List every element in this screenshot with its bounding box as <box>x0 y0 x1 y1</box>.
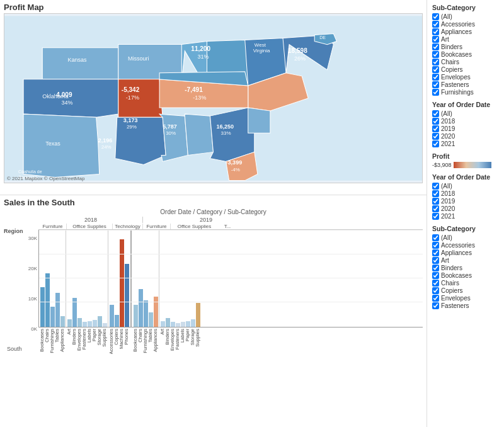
checkbox-2018-bottom[interactable] <box>432 190 439 197</box>
sidebar-item-fasteners-top[interactable]: Fasteners <box>432 81 499 88</box>
sidebar-year-2021-top[interactable]: 2021 <box>432 140 499 147</box>
sidebar-subcat-bookcases-bottom[interactable]: Bookcases <box>432 272 499 279</box>
xl-labels-2019: Labels <box>180 329 185 343</box>
sidebar-item-all-top[interactable]: (All) <box>432 13 499 20</box>
sidebar-subcat-envelopes-bottom[interactable]: Envelopes <box>432 295 499 302</box>
coahuila-label: Coahuila de <box>18 169 42 174</box>
checkbox-art-bottom[interactable] <box>432 257 439 264</box>
sidebar-year-2021-bottom[interactable]: 2021 <box>432 213 499 220</box>
bar-fasteners-2018 <box>83 322 87 327</box>
sidebar-year-2020-bottom[interactable]: 2020 <box>432 205 499 212</box>
xl-tables-2019: Tables <box>147 329 152 343</box>
sidebar-subcat-chairs-bottom[interactable]: Chairs <box>432 280 499 287</box>
label-appliances-bottom: Appliances <box>441 249 472 256</box>
sidebar-year-2020-top[interactable]: 2020 <box>432 133 499 140</box>
main-container: Profit Map <box>0 0 504 427</box>
cat-furniture-2019: Furniture <box>143 224 171 229</box>
checkbox-bookcases-bottom[interactable] <box>432 272 439 279</box>
checkbox-binders-bottom[interactable] <box>432 265 439 271</box>
region-col-label: Region <box>4 228 38 234</box>
xl-chairs-2018: Chairs <box>44 329 49 343</box>
checkbox-accessories-bottom[interactable] <box>432 242 439 249</box>
checkbox-copiers-bottom[interactable] <box>432 287 439 294</box>
xl-appliances-2019: Appliances <box>152 329 158 352</box>
checkbox-2019-bottom[interactable] <box>432 198 439 205</box>
checkbox-binders-top[interactable] <box>432 43 439 50</box>
checkbox-2018-top[interactable] <box>432 118 439 125</box>
checkbox-2020-bottom[interactable] <box>432 205 439 212</box>
checkbox-copiers-top[interactable] <box>432 66 439 73</box>
checkbox-chairs-top[interactable] <box>432 59 439 65</box>
checkbox-bookcases-top[interactable] <box>432 51 439 58</box>
checkbox-chairs-bottom[interactable] <box>432 280 439 287</box>
sidebar-subcat-binders-bottom[interactable]: Binders <box>432 265 499 271</box>
svg-marker-1 <box>42 48 118 79</box>
label-year-all-top: (All) <box>441 110 452 117</box>
bar-furnishings-2019 <box>144 300 148 327</box>
checkbox-fasteners-bottom[interactable] <box>432 302 439 309</box>
sidebar-year-2018-top[interactable]: 2018 <box>432 118 499 125</box>
sidebar-year-2018-bottom[interactable]: 2018 <box>432 190 499 197</box>
label-fasteners-top: Fasteners <box>441 81 469 88</box>
svg-marker-15 <box>185 114 213 155</box>
svg-text:11,200: 11,200 <box>191 45 210 52</box>
checkbox-furnishings-top[interactable] <box>432 89 439 96</box>
sidebar-year-2019-bottom[interactable]: 2019 <box>432 198 499 205</box>
missouri-label: Missouri <box>128 55 149 62</box>
svg-text:16,250: 16,250 <box>217 123 234 130</box>
xl-art-2019: Art <box>159 329 164 335</box>
south-region-label: South <box>7 346 22 352</box>
checkbox-2021-top[interactable] <box>432 140 439 147</box>
sidebar-item-copiers-top[interactable]: Copiers <box>432 66 499 73</box>
year-2018-header: 2018 <box>39 217 143 223</box>
sidebar-subcat-copiers-bottom[interactable]: Copiers <box>432 287 499 294</box>
svg-text:3,173: 3,173 <box>123 117 138 123</box>
checkbox-appliances-bottom[interactable] <box>432 249 439 256</box>
sidebar-item-appliances-top[interactable]: Appliances <box>432 28 499 35</box>
xl-paper-2018: Paper <box>91 329 96 341</box>
sidebar-subcat-all-bottom[interactable]: (All) <box>432 234 499 241</box>
sidebar-item-accessories[interactable]: Accessories <box>432 21 499 28</box>
sidebar-subcat-appliances-bottom[interactable]: Appliances <box>432 249 499 256</box>
sidebar-year-all-top[interactable]: (All) <box>432 110 499 117</box>
bar-supplies-2019 <box>196 303 200 327</box>
checkbox-2019-top[interactable] <box>432 125 439 132</box>
sidebar-subcat-fasteners-bottom[interactable]: Fasteners <box>432 302 499 309</box>
sidebar-item-binders-top[interactable]: Binders <box>432 43 499 50</box>
checkbox-year-all-top[interactable] <box>432 110 439 117</box>
sidebar-subcat-art-bottom[interactable]: Art <box>432 257 499 264</box>
sidebar-year-2019-top[interactable]: 2019 <box>432 125 499 132</box>
sidebar-subcat-accessories-bottom[interactable]: Accessories <box>432 242 499 249</box>
sidebar-item-art-top[interactable]: Art <box>432 36 499 43</box>
svg-text:-13%: -13% <box>193 94 206 101</box>
checkbox-year-all-bottom[interactable] <box>432 183 439 190</box>
xl-binders-2018: Binders <box>71 329 76 344</box>
checkbox-all-top[interactable] <box>432 13 439 20</box>
checkbox-2020-top[interactable] <box>432 133 439 140</box>
checkbox-appliances-top[interactable] <box>432 28 439 35</box>
xl-storage-2019: Storage <box>190 329 195 345</box>
sidebar-item-furnishings-top[interactable]: Furnishings <box>432 89 499 96</box>
xl-appliances-2018: Appliances <box>59 329 64 352</box>
texas-label: Texas <box>45 140 60 147</box>
checkbox-envelopes-bottom[interactable] <box>432 295 439 302</box>
label-chairs-bottom: Chairs <box>441 280 459 287</box>
sidebar-item-envelopes-top[interactable]: Envelopes <box>432 74 499 81</box>
checkbox-2021-bottom[interactable] <box>432 213 439 220</box>
checkbox-envelopes-top[interactable] <box>432 74 439 81</box>
checkbox-subcat-all-bottom[interactable] <box>432 234 439 241</box>
checkbox-accessories[interactable] <box>432 21 439 28</box>
checkbox-fasteners-top[interactable] <box>432 81 439 88</box>
cat-office-2019: Office Supplies <box>171 224 218 229</box>
svg-text:26%: 26% <box>294 55 306 62</box>
sales-south-title: Sales in the South <box>4 198 423 207</box>
checkbox-art-top[interactable] <box>432 36 439 43</box>
label-subcat-all-bottom: (All) <box>441 234 452 241</box>
label-fasteners-bottom: Fasteners <box>441 302 469 309</box>
sidebar-item-chairs-top[interactable]: Chairs <box>432 59 499 65</box>
xl-envelopes-2018: Envelopes <box>76 329 81 351</box>
svg-text:30%: 30% <box>166 130 176 136</box>
sidebar-item-bookcases-top[interactable]: Bookcases <box>432 51 499 58</box>
svg-text:-3,399: -3,399 <box>226 159 243 166</box>
sidebar-year-all-bottom[interactable]: (All) <box>432 183 499 190</box>
